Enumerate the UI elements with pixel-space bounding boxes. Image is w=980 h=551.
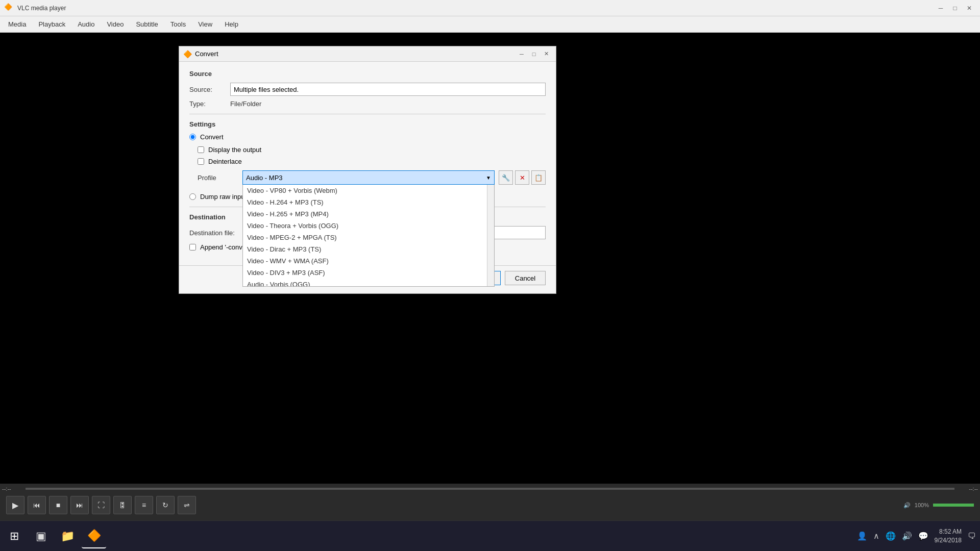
system-clock[interactable]: 8:52 AM 9/24/2018 — [935, 528, 962, 545]
source-label: Source: — [189, 86, 230, 93]
player-controls: --:-- --:-- ▶ ⏮ ■ ⏭ ⛶ 🎛 ≡ ↻ ⇌ 🔊 100% — [0, 484, 980, 520]
profile-new-button[interactable]: 📋 — [531, 170, 546, 185]
source-field-row: Source: — [189, 83, 546, 96]
people-icon[interactable]: 👤 — [857, 531, 867, 541]
play-button[interactable]: ▶ — [6, 496, 24, 514]
taskbar-taskview[interactable] — [29, 524, 53, 548]
convert-radio[interactable] — [189, 134, 196, 140]
dropdown-item-3[interactable]: Video - Theora + Vorbis (OGG) — [243, 220, 487, 232]
taskbar-explorer[interactable] — [55, 524, 80, 548]
menu-playback[interactable]: Playback — [32, 18, 71, 30]
next-button[interactable]: ⏭ — [70, 496, 89, 514]
dest-file-label: Destination file: — [189, 229, 246, 237]
convert-radio-row: Convert — [189, 133, 546, 141]
start-button[interactable] — [4, 526, 24, 546]
profile-selected-text: Audio - MP3 — [246, 174, 283, 182]
random-button[interactable]: ⇌ — [178, 496, 196, 514]
deinterlace-row: Deinterlace — [198, 158, 546, 165]
dropdown-chevron-icon: ▼ — [486, 175, 491, 181]
clock-date: 9/24/2018 — [935, 536, 962, 545]
taskbar-apps — [29, 524, 106, 548]
progress-track[interactable] — [26, 488, 954, 490]
menu-view[interactable]: View — [192, 18, 218, 30]
loop-button[interactable]: ↻ — [156, 496, 175, 514]
vlc-taskbar-icon — [87, 529, 101, 542]
profile-dropdown-container: Audio - MP3 ▼ Video - VP80 + Vorbis (Web… — [242, 170, 495, 185]
display-output-label: Display the output — [208, 146, 261, 154]
menu-media[interactable]: Media — [2, 18, 32, 30]
dialog-close-button[interactable]: ✕ — [541, 49, 552, 59]
dropdown-item-4[interactable]: Video - MPEG-2 + MPGA (TS) — [243, 232, 487, 243]
transport-controls: ▶ ⏮ ■ ⏭ ⛶ 🎛 ≡ ↻ ⇌ 🔊 100% — [0, 492, 980, 518]
profile-delete-button[interactable]: ✕ — [515, 170, 529, 185]
menu-tools[interactable]: Tools — [164, 18, 192, 30]
deinterlace-label: Deinterlace — [208, 158, 242, 165]
profile-dropdown[interactable]: Audio - MP3 ▼ — [242, 170, 495, 185]
append-converted-checkbox[interactable] — [189, 244, 196, 251]
volume-area: 🔊 100% — [903, 502, 974, 509]
cancel-button[interactable]: Cancel — [505, 271, 546, 285]
convert-dialog: 🔶 Convert ─ □ ✕ Source Source: Type: Fil… — [179, 46, 556, 294]
vlc-logo-icon: 🔶 — [4, 3, 14, 13]
dialog-minimize-button[interactable]: ─ — [516, 49, 527, 59]
windows-logo-icon — [10, 530, 19, 543]
type-value: File/Folder — [230, 100, 261, 108]
deinterlace-checkbox[interactable] — [198, 158, 204, 165]
dump-raw-label: Dump raw input — [200, 193, 247, 201]
extended-button[interactable]: 🎛 — [113, 496, 132, 514]
fullscreen-button[interactable]: ⛶ — [92, 496, 110, 514]
dialog-maximize-button[interactable]: □ — [528, 49, 540, 59]
clock-time: 8:52 AM — [935, 528, 962, 536]
display-output-row: Display the output — [198, 146, 546, 154]
menu-audio[interactable]: Audio — [71, 18, 101, 30]
window-controls: ─ □ ✕ — [934, 3, 976, 14]
dropdown-item-7[interactable]: Video - DIV3 + MP3 (ASF) — [243, 267, 487, 279]
volume-icon: 🔊 — [903, 502, 911, 509]
volume-bar[interactable] — [933, 504, 974, 507]
dialog-window-controls: ─ □ ✕ — [516, 49, 552, 59]
minimize-button[interactable]: ─ — [934, 3, 947, 14]
dialog-icon: 🔶 — [183, 50, 192, 58]
profile-dropdown-list: Video - VP80 + Vorbis (Webm) Video - H.2… — [242, 185, 495, 287]
stop-button[interactable]: ■ — [49, 496, 67, 514]
section-divider-1 — [189, 114, 546, 114]
taskview-icon — [36, 530, 46, 543]
dump-raw-radio[interactable] — [189, 193, 196, 200]
menu-help[interactable]: Help — [218, 18, 244, 30]
volume-pct: 100% — [915, 502, 929, 508]
profile-row: Profile Audio - MP3 ▼ Video - VP80 + Vor… — [198, 170, 546, 185]
profile-action-buttons: 🔧 ✕ 📋 — [499, 170, 546, 185]
dropdown-items-list: Video - VP80 + Vorbis (Webm) Video - H.2… — [243, 185, 487, 287]
maximize-button[interactable]: □ — [948, 3, 962, 14]
notification-icon[interactable]: 💬 — [918, 531, 928, 541]
menu-subtitle[interactable]: Subtitle — [130, 18, 164, 30]
dropdown-item-1[interactable]: Video - H.264 + MP3 (TS) — [243, 196, 487, 208]
dropdown-scrollbar[interactable] — [487, 185, 494, 287]
dropdown-item-8[interactable]: Audio - Vorbis (OGG) — [243, 279, 487, 287]
close-button[interactable]: ✕ — [963, 3, 976, 14]
dropdown-item-6[interactable]: Video - WMV + WMA (ASF) — [243, 255, 487, 267]
profile-edit-button[interactable]: 🔧 — [499, 170, 513, 185]
network-chevron-icon[interactable]: ∧ — [873, 531, 879, 541]
source-section-header: Source — [189, 70, 546, 78]
taskbar-vlc[interactable] — [82, 524, 106, 548]
dialog-body: Source Source: Type: File/Folder Setting… — [179, 62, 556, 263]
volume-sys-icon[interactable]: 🔊 — [902, 531, 912, 541]
prev-button[interactable]: ⏮ — [28, 496, 46, 514]
menu-bar: Media Playback Audio Video Subtitle Tool… — [0, 16, 980, 33]
action-center-icon[interactable]: 🗨 — [968, 532, 976, 541]
taskbar: 👤 ∧ 🌐 🔊 💬 8:52 AM 9/24/2018 🗨 — [0, 520, 980, 551]
menu-video[interactable]: Video — [101, 18, 130, 30]
source-input[interactable] — [230, 83, 546, 96]
explorer-icon — [61, 530, 75, 543]
profile-label: Profile — [198, 174, 238, 182]
dropdown-item-5[interactable]: Video - Dirac + MP3 (TS) — [243, 243, 487, 255]
playlist-button[interactable]: ≡ — [135, 496, 153, 514]
dialog-titlebar: 🔶 Convert ─ □ ✕ — [179, 46, 556, 62]
settings-section-header: Settings — [189, 120, 546, 128]
display-output-checkbox[interactable] — [198, 146, 204, 153]
taskbar-right: 👤 ∧ 🌐 🔊 💬 8:52 AM 9/24/2018 🗨 — [857, 528, 976, 545]
network-icon[interactable]: 🌐 — [886, 531, 896, 541]
dropdown-item-0[interactable]: Video - VP80 + Vorbis (Webm) — [243, 185, 487, 196]
dropdown-item-2[interactable]: Video - H.265 + MP3 (MP4) — [243, 208, 487, 220]
